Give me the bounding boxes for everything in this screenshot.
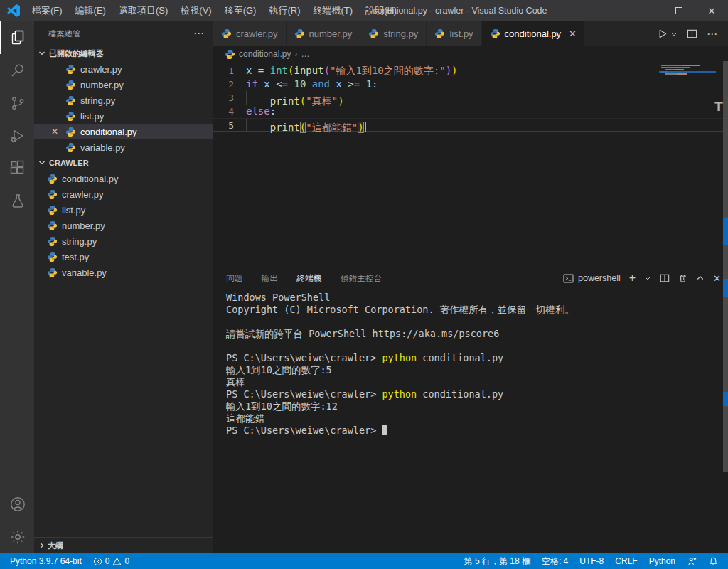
shell-selector[interactable]: powershell: [563, 273, 621, 283]
file-conditional.py[interactable]: conditional.py: [34, 171, 213, 186]
close-tab-icon[interactable]: ✕: [569, 28, 577, 39]
minimap[interactable]: [661, 65, 714, 75]
file-name-label: string.py: [62, 236, 97, 247]
code-editor[interactable]: 1x = int(input("輸入1到10之間的數字:"))2if x <= …: [213, 62, 728, 269]
close-editor-icon[interactable]: ✕: [51, 127, 65, 137]
open-editor-number.py[interactable]: number.py: [34, 77, 213, 92]
folder-section-header[interactable]: CRAWLER: [34, 155, 213, 171]
open-editor-crawler.py[interactable]: crawler.py: [34, 61, 213, 77]
code-token: x: [264, 78, 269, 90]
notifications-button[interactable]: [703, 553, 724, 569]
language-mode-status[interactable]: Python: [643, 553, 681, 569]
sidebar-more-actions-icon[interactable]: ⋯: [193, 27, 205, 40]
outline-label: 大綱: [48, 541, 63, 551]
minimap-segment: [675, 69, 684, 70]
status-bar-right: 第 5 行，第 18 欄空格: 4UTF-8CRLFPython: [459, 553, 724, 569]
panel-tab-輸出[interactable]: 輸出: [262, 270, 279, 287]
terminal-content[interactable]: Windows PowerShellCopyright (C) Microsof…: [213, 287, 728, 553]
panel-tab-問題[interactable]: 問題: [226, 270, 243, 287]
open-editors-section-header[interactable]: 已開啟的編輯器: [34, 46, 213, 61]
activity-explorer-button[interactable]: [0, 21, 34, 54]
activity-account-button[interactable]: [0, 488, 34, 521]
code-token: ): [358, 122, 363, 133]
indentation-status[interactable]: 空格: 4: [536, 553, 574, 569]
activity-testing-button[interactable]: [0, 185, 34, 218]
code-line-content: print("真棒"): [246, 91, 344, 105]
file-name-label: conditional.py: [80, 127, 137, 137]
code-token: [306, 78, 311, 90]
menu-item-5[interactable]: 移至(G): [218, 0, 263, 21]
activity-source-control-button[interactable]: [0, 87, 34, 119]
split-editor-icon[interactable]: [687, 28, 697, 39]
terminal-dropdown-icon[interactable]: [644, 275, 651, 282]
cursor-position-status[interactable]: 第 5 行，第 18 欄: [459, 553, 536, 569]
tab-conditional.py[interactable]: conditional.py✕: [482, 21, 585, 46]
file-test.py[interactable]: test.py: [34, 249, 213, 265]
breadcrumb-file: conditional.py: [239, 49, 291, 59]
vscode-logo-icon: [6, 4, 20, 18]
kill-terminal-icon[interactable]: [678, 273, 687, 283]
encoding-status[interactable]: UTF-8: [574, 553, 609, 569]
vscode-window: 檔案(F)編輯(E)選取項目(S)檢視(V)移至(G)執行(R)終端機(T)說明…: [0, 0, 728, 569]
menu-item-4[interactable]: 檢視(V): [174, 0, 218, 21]
close-window-button[interactable]: ✕: [695, 0, 728, 21]
file-name-label: list.py: [62, 205, 85, 216]
line-number: 1: [213, 64, 246, 78]
code-line-content: x = int(input("輸入1到10之間的數字:")): [246, 64, 458, 78]
line-number: 5: [213, 119, 246, 131]
open-editor-variable.py[interactable]: variable.py: [34, 139, 213, 155]
overview-ruler[interactable]: [723, 61, 728, 472]
file-list.py[interactable]: list.py: [34, 202, 213, 218]
file-crawler.py[interactable]: crawler.py: [34, 186, 213, 202]
feedback-button[interactable]: [681, 553, 703, 569]
python-interpreter-status[interactable]: Python 3.9.7 64-bit: [4, 553, 87, 569]
code-token: "真棒": [306, 95, 338, 107]
run-dropdown-icon[interactable]: [670, 31, 678, 38]
maximize-panel-icon[interactable]: [696, 274, 705, 282]
menu-item-2[interactable]: 編輯(E): [69, 0, 112, 21]
activity-search-button[interactable]: [0, 54, 34, 87]
menu-item-3[interactable]: 選取項目(S): [112, 0, 174, 21]
file-name-label: test.py: [62, 252, 89, 262]
tab-list.py[interactable]: list.py: [427, 21, 481, 46]
panel-actions: powershell +: [563, 272, 721, 284]
run-file-button[interactable]: [657, 28, 668, 39]
terminal-line: Copyright (C) Microsoft Corporation. 著作權…: [226, 304, 728, 316]
tab-number.py[interactable]: number.py: [287, 21, 361, 46]
file-string.py[interactable]: string.py: [34, 233, 213, 249]
close-panel-button[interactable]: ✕: [713, 273, 721, 284]
terminal-line: PS C:\Users\weiwe\crawler> python condit…: [226, 388, 728, 400]
editor-more-actions-icon[interactable]: ⋯: [707, 28, 718, 41]
activity-run-debug-button[interactable]: [0, 119, 34, 152]
panel-tab-偵錯主控台[interactable]: 偵錯主控台: [341, 270, 382, 287]
code-line-2: 2if x <= 10 and x >= 1:: [213, 78, 728, 91]
file-variable.py[interactable]: variable.py: [34, 265, 213, 280]
minimize-button[interactable]: [630, 0, 663, 21]
code-token: <=: [270, 78, 294, 90]
split-terminal-icon[interactable]: [660, 273, 670, 283]
file-number.py[interactable]: number.py: [34, 218, 213, 233]
overview-ruler-mark: [723, 392, 728, 406]
error-count: 0: [105, 556, 110, 566]
window-title: conditional.py - crawler - Visual Studio…: [299, 6, 621, 16]
panel-tab-終端機[interactable]: 終端機: [296, 270, 321, 287]
eol-status[interactable]: CRLF: [609, 553, 643, 569]
python-icon: [47, 220, 58, 231]
tab-label: string.py: [383, 28, 418, 39]
outline-section-header[interactable]: 大綱: [34, 537, 213, 553]
activity-extensions-button[interactable]: [0, 152, 34, 185]
python-icon: [65, 80, 76, 90]
new-terminal-button[interactable]: +: [629, 272, 636, 284]
tab-string.py[interactable]: string.py: [360, 21, 427, 46]
problems-status[interactable]: 0 0: [87, 553, 135, 569]
activity-settings-button[interactable]: [0, 521, 34, 553]
open-editor-conditional.py[interactable]: ✕conditional.py: [34, 124, 213, 139]
open-editor-string.py[interactable]: string.py: [34, 92, 213, 108]
code-token: "這都能錯": [306, 122, 358, 133]
maximize-button[interactable]: [663, 0, 695, 21]
code-token: 1: [366, 78, 372, 90]
breadcrumb[interactable]: conditional.py › …: [213, 46, 728, 62]
open-editor-list.py[interactable]: list.py: [34, 108, 213, 124]
menu-item-1[interactable]: 檔案(F): [26, 0, 69, 21]
tab-crawler.py[interactable]: crawler.py: [213, 21, 287, 46]
